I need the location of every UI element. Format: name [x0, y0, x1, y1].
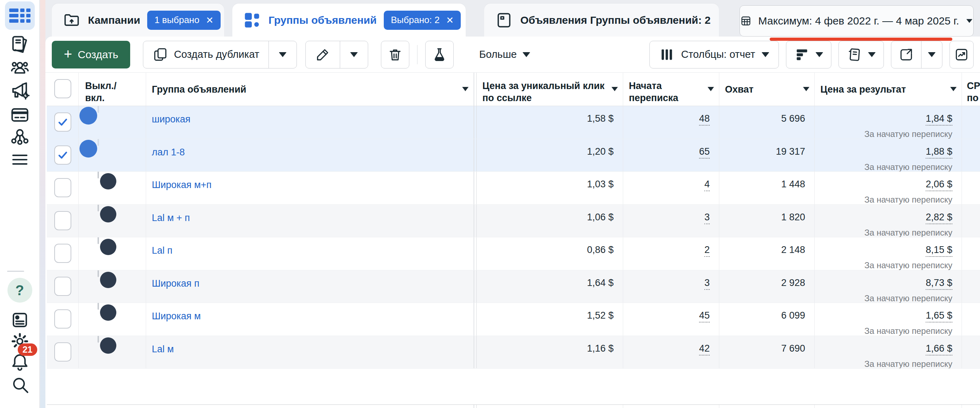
table-row: лал 1-8 1,20 $ 65 19 317 1,88 $ За начат…	[47, 139, 980, 172]
duplicate-split-button[interactable]: Создать дубликат	[143, 41, 297, 69]
trend-chart-icon	[954, 47, 969, 62]
more-button[interactable]: Больше	[475, 41, 535, 69]
onoff-toggle[interactable]	[97, 139, 99, 146]
adset-name-link[interactable]: Lal м	[152, 344, 174, 355]
tab-adsets-badge[interactable]: Выбрано: 2✕	[384, 11, 461, 30]
table-row: Lal м + п 1,06 $ 3 1 820 2,82 $ За начат…	[47, 205, 980, 238]
row-checkbox[interactable]	[54, 343, 71, 362]
duplicate-dropdown[interactable]	[269, 41, 296, 68]
row-checkbox[interactable]	[54, 145, 71, 165]
row-checkbox[interactable]	[54, 244, 71, 263]
credit-card-icon	[10, 105, 30, 125]
header-reach[interactable]: Охват	[719, 73, 815, 106]
tab-adsets[interactable]: Группы объявлений Выбрано: 2✕	[232, 3, 466, 37]
date-range-picker[interactable]: Максимум: 4 фев 2022 г. — 4 мар 2025 г.	[740, 5, 974, 37]
sidebar-item-audiences[interactable]	[5, 55, 35, 81]
clear-selection-icon[interactable]: ✕	[446, 16, 454, 25]
delete-button[interactable]	[381, 41, 409, 69]
adset-name-link[interactable]: лал 1-8	[152, 147, 185, 158]
sidebar-item-help[interactable]: ?	[5, 277, 35, 303]
header-cpr[interactable]: Цена за результат	[815, 73, 962, 106]
edit-dropdown[interactable]	[340, 41, 368, 68]
clear-selection-icon[interactable]: ✕	[206, 16, 213, 25]
frozen-divider	[474, 139, 477, 172]
table-row: Широкая м 1,52 $ 45 6 099 1,65 $ За нача…	[47, 303, 980, 336]
row-reach-cell: 1 448	[719, 172, 815, 204]
row-cpr-cell: 2,82 $ За начатую переписку	[815, 205, 962, 237]
menu-icon	[10, 149, 30, 170]
duplicate-button[interactable]: Создать дубликат	[143, 41, 269, 68]
notification-badge: 21	[18, 343, 38, 356]
sidebar-item-ads-settings[interactable]	[5, 78, 35, 104]
ab-test-button[interactable]	[425, 41, 453, 69]
tab-campaigns-badge[interactable]: 1 выбрано✕	[147, 11, 221, 30]
adsets-table: Выкл./вкл. Группа объявлений Цена за уни…	[47, 73, 980, 408]
table-row: Lal п 0,86 $ 2 2 148 8,15 $ За начатую п…	[47, 237, 980, 270]
row-name-cell: Широкая п	[146, 270, 474, 303]
onoff-toggle[interactable]	[97, 237, 99, 244]
charts-button[interactable]	[950, 41, 974, 69]
row-cpm-cell	[962, 106, 980, 139]
tab-ads[interactable]: Объявления Группы объявлений: 2	[484, 3, 719, 37]
table-row: Широкая п 1,64 $ 3 2 928 8,73 $ За начат…	[47, 270, 980, 303]
left-sidebar: ? 21	[0, 0, 40, 408]
tab-ads-label: Объявления Группы объявлений: 2	[520, 14, 711, 26]
reports-button[interactable]	[838, 41, 884, 69]
adset-name-link[interactable]: Широкая м	[152, 311, 201, 322]
onoff-toggle[interactable]	[97, 106, 99, 113]
row-cpc-cell: 1,64 $	[477, 270, 623, 303]
table-body: широкая 1,58 $ 48 5 696 1,84 $ За начату…	[47, 106, 980, 369]
tab-campaigns[interactable]: Кампании 1 выбрано✕	[52, 3, 224, 37]
news-icon	[10, 310, 30, 330]
header-started[interactable]: Начата переписка	[623, 73, 719, 106]
breakdown-button[interactable]	[786, 41, 831, 69]
onoff-toggle[interactable]	[97, 336, 99, 343]
select-all-checkbox[interactable]	[54, 79, 71, 98]
edit-button[interactable]	[306, 41, 340, 68]
row-started-cell: 3	[623, 205, 719, 237]
onoff-toggle[interactable]	[97, 270, 99, 277]
export-split-button[interactable]	[891, 41, 942, 69]
row-checkbox[interactable]	[54, 277, 71, 296]
create-button[interactable]: + Создать	[52, 41, 130, 69]
export-dropdown[interactable]	[921, 41, 942, 68]
sidebar-item-notifications[interactable]: 21	[5, 349, 35, 375]
sidebar-item-ads-manager[interactable]	[5, 3, 35, 29]
toolbar-right: Столбцы: отчет	[649, 41, 974, 69]
onoff-toggle[interactable]	[97, 172, 99, 178]
sidebar-item-search[interactable]	[5, 372, 35, 397]
row-checkbox[interactable]	[54, 112, 71, 132]
adset-name-link[interactable]: Lal м + п	[152, 212, 190, 223]
export-button[interactable]	[891, 41, 921, 68]
header-cpc[interactable]: Цена за уникальный клик по ссылке	[477, 73, 623, 106]
row-checkbox[interactable]	[54, 309, 71, 328]
adset-name-link[interactable]: Lal п	[152, 245, 172, 256]
row-checkbox[interactable]	[54, 211, 71, 230]
row-cpm-cell	[962, 205, 980, 237]
header-cpm-clipped[interactable]: CPпо	[962, 73, 980, 106]
row-started-cell: 3	[623, 270, 719, 303]
sidebar-item-campaigns[interactable]	[5, 31, 35, 57]
row-name-cell: лал 1-8	[146, 139, 474, 172]
result-type-label: За начатую переписку	[818, 293, 952, 303]
onoff-toggle[interactable]	[97, 205, 99, 212]
row-cpc-cell: 1,16 $	[477, 336, 623, 369]
header-name[interactable]: Группа объявлений	[146, 73, 474, 106]
columns-button[interactable]: Столбцы: отчет	[649, 41, 779, 69]
sidebar-item-assets[interactable]	[5, 123, 35, 149]
sidebar-item-all-tools[interactable]	[5, 147, 35, 172]
row-checkbox[interactable]	[54, 178, 71, 197]
result-type-label: За начатую переписку	[818, 260, 952, 270]
adset-name-link[interactable]: Широкая п	[152, 278, 199, 289]
adset-name-link[interactable]: широкая	[152, 114, 191, 125]
result-type-label: За начатую переписку	[818, 228, 952, 237]
edit-split-button[interactable]	[305, 41, 368, 69]
row-cpc-cell: 0,86 $	[477, 237, 623, 270]
row-name-cell: Lal п	[146, 237, 474, 270]
adset-name-link[interactable]: Широкая м+п	[152, 180, 212, 191]
chevron-down-icon	[868, 52, 876, 57]
result-type-label: За начатую переписку	[818, 129, 952, 139]
row-reach-cell: 19 317	[719, 139, 815, 172]
toggle-knob	[80, 140, 97, 158]
onoff-toggle[interactable]	[97, 303, 99, 310]
